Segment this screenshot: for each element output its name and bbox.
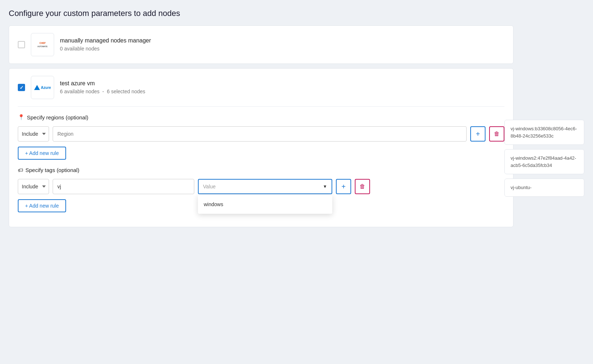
tags-include-select[interactable]: IncludeExclude — [18, 179, 49, 194]
manager-row-azure: Azure test azure vm 6 available nodes - … — [18, 76, 504, 99]
manager-card-azure: Azure test azure vm 6 available nodes - … — [9, 68, 513, 227]
tags-add-button[interactable]: + — [336, 179, 351, 194]
tags-delete-button[interactable]: 🗑 — [355, 179, 370, 194]
chef-logo: CHEF AUTOMATE — [36, 40, 49, 49]
manager-nodes-azure: 6 available nodes - 6 selected nodes — [60, 89, 145, 94]
regions-rule-row: IncludeExclude + 🗑 — [18, 126, 504, 142]
azure-logo-box: Azure — [31, 76, 54, 99]
manager-checkbox-azure[interactable] — [18, 84, 25, 91]
regions-add-rule-button[interactable]: + Add new rule — [18, 147, 66, 160]
regions-include-select[interactable]: IncludeExclude — [18, 126, 49, 142]
manager-info-azure: test azure vm 6 available nodes - 6 sele… — [60, 80, 145, 95]
tags-value-dropdown[interactable]: Value ▼ — [198, 179, 332, 194]
chef-logo-box: CHEF AUTOMATE — [31, 33, 54, 56]
dropdown-option-windows[interactable]: windows — [198, 197, 332, 212]
tags-rule-row: IncludeExclude Value ▼ windows + 🗑 — [18, 179, 504, 194]
azure-triangle-icon — [34, 85, 40, 90]
regions-add-button[interactable]: + — [470, 126, 486, 142]
tag-icon: 🏷 — [18, 167, 23, 173]
manager-nodes-chef: 0 available nodes — [60, 46, 99, 52]
regions-section-title: 📍 Specify regions (optional) — [18, 114, 504, 120]
regions-delete-button[interactable]: 🗑 — [489, 126, 504, 142]
manager-name-azure: test azure vm — [60, 80, 145, 87]
tags-add-rule-label: + Add new rule — [25, 203, 59, 209]
node-card-0: vj-windows:b33608c8056-4ec6-8b48-24c3256… — [504, 120, 584, 145]
plus-icon: + — [476, 130, 480, 138]
manager-card-chef: CHEF AUTOMATE manually managed nodes man… — [9, 25, 513, 64]
tags-add-rule-button[interactable]: + Add new rule — [18, 199, 66, 212]
location-pin-icon: 📍 — [18, 114, 25, 120]
manager-name-chef: manually managed nodes manager — [60, 37, 151, 44]
tags-section-title: 🏷 Specify tags (optional) — [18, 167, 504, 173]
tags-section: 🏷 Specify tags (optional) IncludeExclude… — [18, 167, 504, 220]
azure-label: Azure — [41, 86, 51, 90]
tags-value-placeholder: Value — [203, 184, 216, 189]
manager-info-chef: manually managed nodes manager 0 availab… — [60, 37, 151, 52]
regions-value-input[interactable] — [53, 126, 467, 142]
right-panel: vj-windows:b33608c8056-4ec6-8b48-24c3256… — [504, 120, 584, 197]
tags-dropdown-menu: windows — [198, 195, 332, 214]
regions-add-rule-label: + Add new rule — [25, 150, 59, 156]
node-card-1: vj-windows2:47e2f84aad-4a42-acb5-6c5da35… — [504, 149, 584, 174]
regions-section: 📍 Specify regions (optional) IncludeExcl… — [18, 114, 504, 167]
azure-logo: Azure — [31, 82, 54, 93]
manager-checkbox-chef[interactable] — [18, 41, 25, 48]
section-divider — [18, 106, 504, 107]
page-title: Configure your custom parameters to add … — [9, 9, 584, 18]
node-card-2: vj-ubuntu- — [504, 179, 584, 197]
trash-icon-tags: 🗑 — [360, 183, 365, 190]
trash-icon: 🗑 — [494, 131, 500, 137]
tags-value-dropdown-container: Value ▼ windows — [198, 179, 332, 194]
manager-row-chef: CHEF AUTOMATE manually managed nodes man… — [18, 33, 504, 56]
tags-key-input[interactable] — [53, 179, 194, 194]
chevron-down-icon: ▼ — [323, 184, 327, 189]
plus-icon-tags: + — [341, 183, 346, 191]
